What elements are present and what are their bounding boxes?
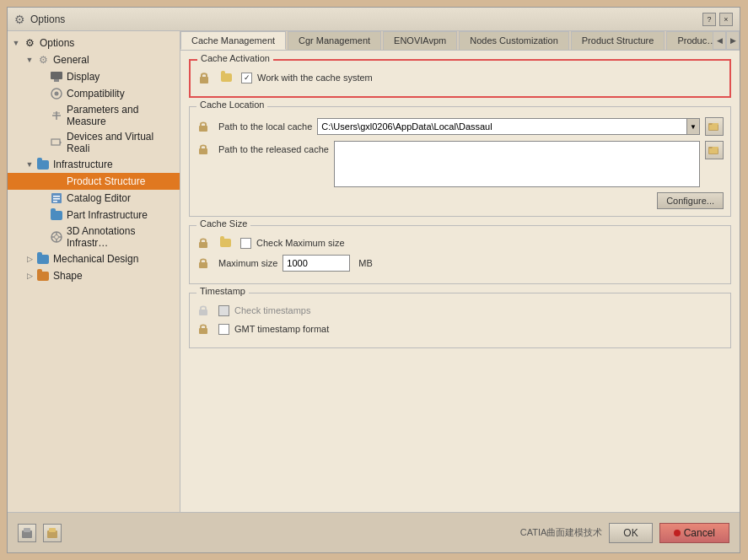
devices-icon	[50, 136, 63, 149]
ok-button[interactable]: OK	[609, 523, 652, 543]
sidebar-item-display[interactable]: ▷ Display	[8, 68, 180, 85]
tab-nodes-customization[interactable]: Nodes Customization	[459, 31, 569, 50]
bottom-icon-2[interactable]	[43, 524, 62, 542]
sidebar-label-general: General	[53, 54, 89, 66]
tab-product-structure[interactable]: Product Structure	[571, 31, 665, 50]
check-max-size-checkbox[interactable]	[240, 238, 251, 249]
check-max-size-label: Check Maximum size	[256, 238, 345, 248]
check-timestamps-checkbox	[218, 305, 229, 316]
local-cache-browse-btn[interactable]	[705, 117, 724, 136]
sidebar-item-part-infra[interactable]: ▷ Part Infrastructure	[8, 207, 180, 223]
local-cache-input[interactable]	[317, 118, 686, 135]
catalog-icon	[50, 191, 63, 205]
tab-content: Cache Activation	[180, 51, 740, 512]
bottom-bar: CATIA曲面建模技术 OK Cancel	[8, 512, 740, 552]
sidebar-item-mechanical[interactable]: ▷ Mechanical Design	[8, 250, 180, 267]
sidebar-label-catalog: Catalog Editor	[67, 192, 131, 204]
sidebar-label-display: Display	[67, 71, 100, 83]
mb-unit-label: MB	[358, 258, 373, 268]
tab-product-more[interactable]: Produc…	[666, 31, 713, 50]
max-size-input[interactable]	[283, 255, 350, 272]
folder-icon-product	[50, 175, 63, 188]
sidebar-item-parameters[interactable]: ▷ Parameters and Measure	[8, 102, 180, 129]
work-with-cache-label: Work with the cache system	[257, 73, 373, 83]
expander-mech[interactable]: ▷	[24, 254, 35, 264]
cancel-button[interactable]: Cancel	[659, 523, 729, 543]
sidebar-item-product-structure[interactable]: ▷ Product Structure	[8, 173, 180, 190]
svg-rect-7	[51, 139, 60, 145]
svg-rect-25	[709, 148, 718, 153]
lock-icon-local	[196, 120, 210, 133]
sidebar-item-general[interactable]: ▼ ⚙ General	[8, 51, 180, 68]
gmt-format-label: GMT timestamp format	[234, 324, 329, 334]
check-timestamps-row: Check timestamps	[196, 304, 724, 317]
work-with-cache-checkbox[interactable]	[241, 73, 252, 83]
svg-marker-8	[60, 141, 62, 144]
sidebar-label-infrastructure: Infrastructure	[53, 159, 113, 170]
folder-small-icon	[219, 71, 233, 84]
expander-shape[interactable]: ▷	[24, 271, 35, 281]
options-dialog: ⚙ Options ? × ▼ ⚙ Options ▼ ⚙ General	[7, 7, 740, 553]
display-icon	[50, 70, 63, 83]
tab-cgr-management[interactable]: Cgr Management	[288, 31, 381, 50]
cancel-dot	[674, 530, 681, 536]
sidebar-item-compatibility[interactable]: ▷ Compatibility	[8, 85, 180, 102]
sidebar-label-devices: Devices and Virtual Reali	[67, 131, 176, 154]
lock-icon	[197, 71, 211, 84]
tab-cache-management[interactable]: Cache Management	[180, 31, 286, 50]
sidebar: ▼ ⚙ Options ▼ ⚙ General ▷ Display	[8, 31, 180, 512]
sidebar-label-3d-annotations: 3D Annotations Infrastr…	[67, 225, 176, 249]
dialog-title: Options	[30, 13, 65, 25]
annotations-icon	[50, 230, 63, 244]
tab-enoviavm[interactable]: ENOVIAvpm	[383, 31, 457, 50]
sidebar-item-shape[interactable]: ▷ Shape	[8, 267, 180, 284]
lock-icon-size	[196, 256, 210, 270]
expander-infra[interactable]: ▼	[24, 159, 35, 170]
released-cache-input[interactable]	[334, 141, 700, 187]
sidebar-item-devices[interactable]: ▷ Devices and Virtual Reali	[8, 129, 180, 156]
sidebar-label-part-infra: Part Infrastructure	[67, 209, 148, 221]
right-panel: Cache Management Cgr Management ENOVIAvp…	[180, 31, 740, 512]
cancel-label: Cancel	[684, 527, 715, 539]
folder-icon-max	[218, 236, 232, 250]
released-cache-browse-btn[interactable]	[705, 141, 724, 159]
lock-icon-released	[196, 143, 210, 156]
expander-options[interactable]: ▼	[11, 38, 21, 48]
configure-button[interactable]: Configure...	[657, 192, 724, 209]
help-button[interactable]: ?	[702, 13, 716, 26]
svg-rect-27	[199, 262, 207, 268]
gmt-format-checkbox[interactable]	[218, 324, 229, 335]
title-bar: ⚙ Options ? ×	[8, 8, 740, 31]
check-max-size-row: Check Maximum size	[196, 236, 724, 250]
lock-icon-ts	[196, 304, 210, 317]
svg-rect-0	[51, 72, 62, 79]
gear-icon-general: ⚙	[36, 53, 50, 67]
local-cache-dropdown[interactable]: ▼	[686, 118, 700, 135]
gmt-format-row: GMT timestamp format	[196, 322, 724, 336]
sidebar-item-infrastructure[interactable]: ▼ Infrastructure	[8, 156, 180, 173]
watermark-text: CATIA曲面建模技术	[520, 526, 603, 539]
svg-rect-10	[53, 196, 60, 197]
svg-rect-12	[53, 201, 57, 202]
sidebar-item-3d-annotations[interactable]: ▷ 3D Annotations Infrastr…	[8, 223, 180, 250]
svg-rect-33	[49, 528, 56, 532]
local-cache-input-container: ▼	[317, 118, 700, 135]
svg-rect-20	[199, 126, 207, 132]
timestamp-title: Timestamp	[196, 286, 249, 296]
released-cache-label: Path to the released cache	[218, 144, 329, 154]
folder-icon-infra	[36, 158, 50, 171]
sidebar-label-mechanical: Mechanical Design	[53, 253, 138, 265]
cache-location-title: Cache Location	[196, 100, 267, 110]
tab-scroll-left[interactable]: ◀	[713, 31, 726, 50]
bottom-icon-1[interactable]	[18, 524, 36, 542]
tab-scroll-right[interactable]: ▶	[726, 31, 740, 50]
close-button[interactable]: ×	[719, 13, 733, 26]
sidebar-item-catalog[interactable]: ▷ Catalog Editor	[8, 190, 180, 207]
sidebar-item-options[interactable]: ▼ ⚙ Options	[8, 35, 180, 51]
svg-rect-28	[199, 310, 207, 315]
expander-general[interactable]: ▼	[24, 55, 35, 65]
cache-activation-title: Cache Activation	[197, 53, 273, 63]
part-icon	[50, 208, 63, 222]
work-with-cache-row: Work with the cache system	[197, 71, 723, 84]
folder-icon-mech	[36, 252, 50, 266]
